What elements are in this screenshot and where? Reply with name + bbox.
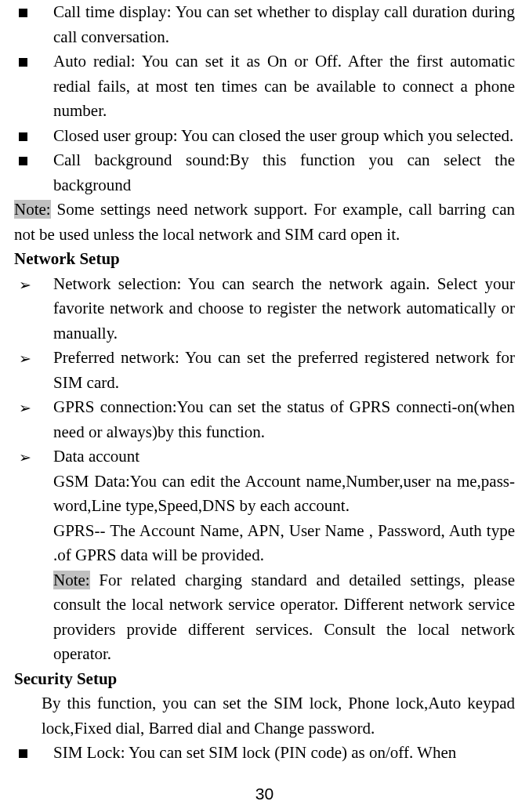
arrow-text: GPRS connection:You can set the status o… [53,395,515,444]
arrow-bullet-icon: ➢ [14,272,53,346]
note-text: For related charging standard and detail… [53,571,515,664]
note-paragraph: Note: For related charging standard and … [14,568,515,667]
gsm-data-text: GSM Data:You can edit the Account name,N… [14,469,515,519]
square-bullet-icon [14,0,53,49]
bullet-text: SIM Lock: You can set SIM lock (PIN code… [53,741,515,766]
bullet-text: Auto redial: You can set it as On or Off… [53,49,515,124]
arrow-bullet-icon: ➢ [14,346,53,395]
bullet-item: SIM Lock: You can set SIM lock (PIN code… [14,741,515,766]
bullet-text: Closed user group: You can closed the us… [53,124,515,149]
square-bullet-icon [14,741,53,766]
section-heading-network: Network Setup [14,247,515,272]
gprs-data-text: GPRS-- The Account Name, APN, User Name … [14,519,515,568]
bullet-item: Call time display: You can set whether t… [14,0,515,49]
bullet-item: Auto redial: You can set it as On or Off… [14,49,515,124]
arrow-text: Network selection: You can search the ne… [53,272,515,346]
bullet-text: Call time display: You can set whether t… [53,0,515,49]
page-content: Call time display: You can set whether t… [14,0,515,766]
square-bullet-icon [14,148,53,198]
arrow-item: ➢ Preferred network: You can set the pre… [14,346,515,395]
arrow-bullet-icon: ➢ [14,444,53,469]
arrow-item: ➢ Network selection: You can search the … [14,272,515,346]
bullet-item: Call background sound:By this function y… [14,148,515,198]
section-heading-security: Security Setup [14,667,515,692]
bullet-text: Call background sound:By this function y… [53,148,515,198]
arrow-text: Preferred network: You can set the prefe… [53,346,515,395]
note-text: Some settings need network support. For … [14,200,515,244]
arrow-text: Data account [53,444,515,469]
arrow-item: ➢ GPRS connection:You can set the status… [14,395,515,444]
note-label: Note: [53,571,90,589]
arrow-bullet-icon: ➢ [14,395,53,444]
note-label: Note: [14,200,51,219]
bullet-item: Closed user group: You can closed the us… [14,124,515,149]
security-intro-text: By this function, you can set the SIM lo… [14,691,515,741]
square-bullet-icon [14,124,53,149]
arrow-item: ➢ Data account [14,444,515,469]
square-bullet-icon [14,49,53,124]
note-paragraph: Note: Some settings need network support… [14,198,515,247]
page-number: 30 [0,781,529,807]
